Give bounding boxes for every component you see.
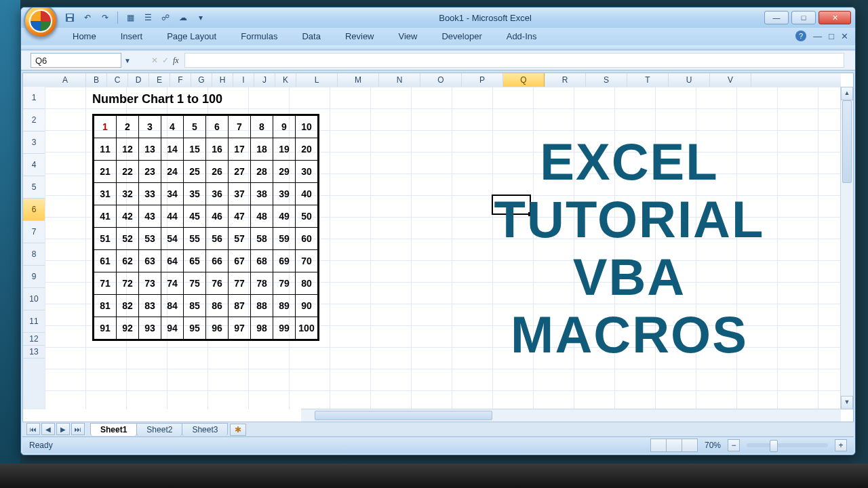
sheet-nav-prev-icon[interactable]: ◀ (41, 423, 55, 435)
sheet-nav-next-icon[interactable]: ▶ (56, 423, 70, 435)
ribbon-tab-formulas[interactable]: Formulas (229, 28, 290, 45)
column-header-S[interactable]: S (586, 73, 627, 87)
zoom-out-icon[interactable]: − (728, 439, 740, 451)
row-header-9[interactable]: 9 (23, 266, 45, 288)
qat-extra-3-icon[interactable]: ☍ (160, 12, 171, 23)
column-header-G[interactable]: G (191, 73, 212, 87)
redo-icon[interactable]: ↷ (100, 12, 111, 23)
column-header-T[interactable]: T (627, 73, 669, 87)
insert-sheet-icon[interactable]: ✱ (230, 424, 246, 436)
number-cell: 40 (296, 183, 318, 205)
column-header-C[interactable]: C (107, 73, 128, 87)
zoom-in-icon[interactable]: + (835, 439, 847, 451)
horizontal-scroll-thumb[interactable] (315, 411, 492, 420)
row-header-7[interactable]: 7 (23, 221, 45, 243)
close-button[interactable]: ✕ (818, 11, 851, 24)
undo-icon[interactable]: ↶ (82, 12, 93, 23)
column-header-N[interactable]: N (379, 73, 420, 87)
formula-input[interactable] (184, 53, 844, 68)
zoom-slider-knob[interactable] (770, 440, 778, 452)
column-header-P[interactable]: P (462, 73, 503, 87)
ribbon-restore-icon[interactable]: □ (829, 31, 834, 41)
ribbon-tab-view[interactable]: View (387, 28, 430, 45)
column-header-E[interactable]: E (149, 73, 170, 87)
row-header-5[interactable]: 5 (23, 176, 45, 199)
ribbon-tab-insert[interactable]: Insert (108, 28, 155, 45)
ribbon-minimize-icon[interactable]: — (813, 31, 822, 41)
vertical-scroll-thumb[interactable] (842, 100, 852, 183)
sheet-nav-last-icon[interactable]: ⏭ (71, 423, 85, 435)
ribbon-tab-page-layout[interactable]: Page Layout (155, 28, 229, 45)
sheet-tab-sheet2[interactable]: Sheet2 (136, 423, 182, 436)
zoom-level[interactable]: 70% (705, 441, 721, 450)
qat-extra-2-icon[interactable]: ☰ (142, 12, 153, 23)
name-box[interactable]: Q6 (31, 53, 121, 68)
column-header-L[interactable]: L (296, 73, 338, 87)
row-header-11[interactable]: 11 (23, 310, 45, 333)
column-header-J[interactable]: J (254, 73, 275, 87)
column-header-A[interactable]: A (45, 73, 86, 87)
scroll-down-icon[interactable]: ▼ (841, 396, 853, 409)
column-header-D[interactable]: D (128, 73, 149, 87)
number-cell: 83 (139, 295, 161, 317)
number-cell: 44 (161, 205, 184, 228)
column-header-B[interactable]: B (86, 73, 107, 87)
enter-formula-icon[interactable]: ✓ (162, 56, 169, 65)
row-header-3[interactable]: 3 (23, 131, 45, 154)
number-cell: 25 (184, 161, 206, 183)
cancel-formula-icon[interactable]: ✕ (151, 56, 158, 65)
windows-taskbar[interactable] (0, 464, 868, 488)
ribbon-close-icon[interactable]: ✕ (841, 31, 848, 41)
column-header-Q[interactable]: Q (503, 73, 545, 87)
row-header-12[interactable]: 12 (23, 333, 45, 346)
sheet-tab-sheet3[interactable]: Sheet3 (182, 423, 228, 436)
column-header-I[interactable]: I (233, 73, 254, 87)
sheet-tab-sheet1[interactable]: Sheet1 (90, 423, 137, 436)
qat-extra-1-icon[interactable]: ▦ (125, 12, 136, 23)
column-header-K[interactable]: K (275, 73, 296, 87)
view-page-break-icon[interactable] (682, 439, 698, 452)
column-header-O[interactable]: O (420, 73, 462, 87)
view-normal-icon[interactable] (650, 439, 667, 452)
row-header-6[interactable]: 6 (23, 199, 45, 221)
ribbon-tab-data[interactable]: Data (290, 28, 332, 45)
ribbon-tab-review[interactable]: Review (333, 28, 387, 45)
column-header-R[interactable]: R (545, 73, 586, 87)
number-cell: 21 (94, 161, 117, 183)
number-cell: 29 (273, 161, 296, 183)
number-cell: 67 (229, 250, 251, 272)
ribbon-tab-home[interactable]: Home (60, 28, 108, 45)
number-cell: 91 (94, 317, 117, 340)
minimize-button[interactable]: — (764, 11, 789, 24)
save-icon[interactable] (64, 12, 75, 23)
number-cell: 95 (184, 317, 206, 340)
row-header-4[interactable]: 4 (23, 154, 45, 176)
maximize-button[interactable]: □ (791, 11, 816, 24)
row-header-13[interactable]: 13 (23, 346, 45, 359)
ribbon-tab-addins[interactable]: Add-Ins (494, 28, 549, 45)
column-header-F[interactable]: F (170, 73, 191, 87)
fx-icon[interactable]: fx (173, 56, 179, 66)
view-page-layout-icon[interactable] (666, 439, 682, 452)
vertical-scrollbar[interactable]: ▲ ▼ (840, 87, 853, 409)
row-header-2[interactable]: 2 (23, 109, 45, 131)
sheet-nav-first-icon[interactable]: ⏮ (26, 423, 40, 435)
column-header-U[interactable]: U (669, 73, 710, 87)
row-header-8[interactable]: 8 (23, 243, 45, 266)
qat-dropdown-icon[interactable]: ▾ (195, 12, 206, 23)
qat-extra-4-icon[interactable]: ☁ (178, 12, 189, 23)
scroll-up-icon[interactable]: ▲ (841, 87, 853, 100)
help-icon[interactable]: ? (795, 30, 806, 41)
horizontal-scrollbar[interactable] (301, 409, 841, 422)
select-all-corner[interactable] (23, 73, 45, 87)
number-cell: 98 (251, 317, 273, 340)
column-header-M[interactable]: M (338, 73, 379, 87)
column-header-V[interactable]: V (710, 73, 751, 87)
zoom-slider[interactable] (747, 443, 828, 447)
cells-area[interactable]: Number Chart 1 to 100 123456789101112131… (45, 87, 841, 409)
name-box-dropdown-icon[interactable]: ▼ (124, 57, 131, 64)
column-header-H[interactable]: H (212, 73, 233, 87)
row-header-1[interactable]: 1 (23, 87, 45, 109)
ribbon-tab-developer[interactable]: Developer (429, 28, 494, 45)
row-header-10[interactable]: 10 (23, 288, 45, 310)
